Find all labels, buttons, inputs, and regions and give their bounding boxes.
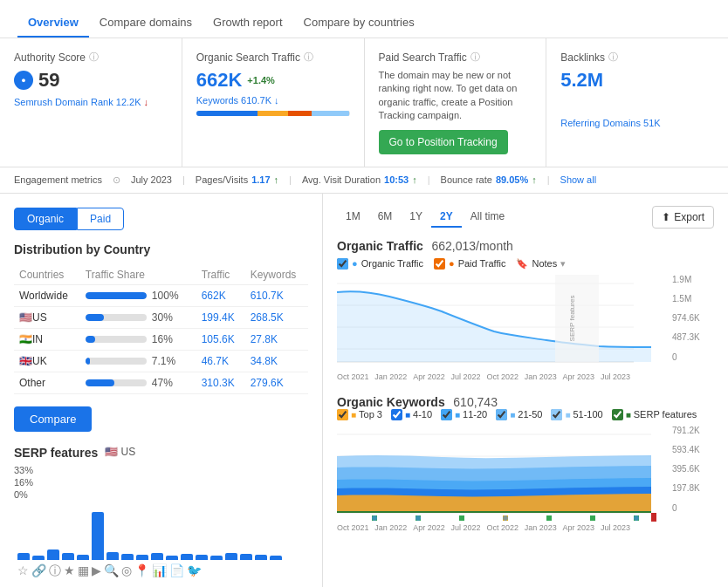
paid-traffic-box: Paid Search Traffic ⓘ The domain may be … (365, 38, 547, 167)
serp-bar (225, 553, 237, 560)
svg-point-21 (416, 515, 421, 521)
export-button[interactable]: ⬆ Export (652, 206, 714, 229)
keywords-chart-area: 791.2K 593.4K 395.6K 197.8K 0 Oct 2021 J… (337, 426, 714, 532)
nav-growth-report[interactable]: Growth report (203, 9, 292, 38)
col-traffic-share: Traffic Share (80, 265, 196, 285)
referring-domains: Referring Domains 51K (560, 118, 714, 128)
legend-4-10[interactable]: ■ 4-10 (391, 409, 432, 420)
svg-rect-17 (546, 515, 552, 521)
distribution-table: Countries Traffic Share Traffic Keywords… (14, 265, 308, 394)
authority-score-value: ● 59 (14, 69, 168, 92)
serp-pct-labels: 33% 16% 0% (14, 465, 308, 500)
info-icon: ⓘ (608, 51, 618, 64)
serp-icon-doc: 📄 (169, 563, 184, 579)
traffic-share-cell: 30% (80, 306, 196, 328)
engagement-period: July 2023 (131, 174, 172, 185)
serp-bar (77, 555, 89, 560)
serp-icon-chart: 📊 (152, 563, 167, 579)
authority-score-box: Authority Score ⓘ ● 59 Semrush Domain Ra… (0, 38, 182, 167)
keyword-bar (196, 111, 350, 116)
legend-top3[interactable]: ■ Top 3 (337, 409, 382, 420)
svg-rect-15 (459, 515, 464, 521)
organic-chart-xaxis: Oct 2021 Jan 2022 Apr 2022 Jul 2022 Oct … (337, 372, 669, 381)
serp-section: SERP features 🇺🇸 US 33% 16% 0% ☆ 🔗 ⓘ ★ ▦… (14, 446, 308, 587)
organic-traffic-value: 662K +1.4% (196, 69, 350, 92)
serp-icon-pin: 📍 (134, 563, 149, 579)
organic-traffic-legend: ● Organic Traffic ● Paid Traffic 🔖 Notes… (337, 258, 714, 270)
legend-paid-traffic[interactable]: ● Paid Traffic (434, 258, 505, 270)
score-bubble: ● (14, 71, 33, 90)
traffic-cell: 46.7K (196, 350, 245, 372)
time-btn-all[interactable]: All time (462, 207, 513, 228)
serp-icon-info: ⓘ (49, 563, 61, 579)
svg-rect-18 (590, 515, 595, 521)
serp-subtitle: 🇺🇸 US (105, 446, 135, 458)
backlinks-value: 5.2M (560, 69, 714, 92)
serp-icon-star: ☆ (17, 563, 29, 579)
nav-compare-domains[interactable]: Compare domains (89, 9, 203, 38)
legend-notes[interactable]: 🔖 Notes ▾ (516, 258, 566, 270)
organic-traffic-box: Organic Search Traffic ⓘ 662K +1.4% Keyw… (182, 38, 365, 167)
country-cell: 🇬🇧UK (14, 350, 80, 372)
nav-overview[interactable]: Overview (17, 9, 89, 38)
serp-bar (62, 553, 74, 560)
backlinks-box: Backlinks ⓘ 5.2M Referring Domains 51K (546, 38, 728, 167)
keywords-cell: 27.8K (245, 328, 308, 350)
serp-bar (210, 556, 223, 560)
show-all-link[interactable]: Show all (560, 174, 597, 185)
time-btn-2y[interactable]: 2Y (431, 207, 462, 228)
serp-icon-bookmark: ★ (64, 563, 75, 579)
legend-organic-traffic[interactable]: ● Organic Traffic (337, 258, 423, 270)
time-btn-1m[interactable]: 1M (337, 207, 369, 228)
engagement-label: Engagement metrics (14, 174, 102, 185)
country-cell: Other (14, 372, 80, 393)
traffic-cell: 105.6K (196, 328, 245, 350)
col-keywords: Keywords (245, 265, 308, 285)
tab-organic[interactable]: Organic (14, 208, 77, 230)
content-area: Organic Paid Distribution by Country Cou… (0, 194, 728, 587)
compare-button[interactable]: Compare (14, 406, 92, 432)
svg-rect-5 (555, 275, 599, 362)
traffic-cell: 199.4K (196, 306, 245, 328)
engagement-bar: Engagement metrics ⊙ July 2023 | Pages/V… (0, 167, 728, 194)
legend-11-20[interactable]: ■ 11-20 (441, 409, 487, 420)
go-to-position-tracking-button[interactable]: Go to Position Tracking (379, 130, 508, 154)
nav-compare-countries[interactable]: Compare by countries (293, 9, 425, 38)
time-btn-6m[interactable]: 6M (369, 207, 402, 228)
right-panel: 1M 6M 1Y 2Y All time ⬆ Export Organic Tr… (323, 194, 728, 587)
svg-point-23 (634, 515, 639, 521)
table-row: Other 47% 310.3K 279.6K (14, 372, 308, 393)
paid-traffic-label: Paid Search Traffic ⓘ (379, 51, 532, 64)
legend-21-50[interactable]: ■ 21-50 (496, 409, 542, 420)
serp-chart (14, 503, 308, 560)
svg-point-20 (372, 515, 377, 521)
svg-point-22 (503, 515, 508, 521)
country-cell: 🇺🇸US (14, 306, 80, 328)
serp-bar (270, 556, 282, 560)
serp-bar (47, 549, 59, 560)
legend-51-100[interactable]: ■ 51-100 (551, 409, 602, 420)
keywords-svg (337, 426, 669, 522)
table-row: 🇮🇳IN 16% 105.6K 27.8K (14, 328, 308, 350)
svg-text:SERP features: SERP features (568, 295, 576, 341)
serp-bar (17, 553, 30, 560)
organic-traffic-chart-title: Organic Traffic (337, 239, 423, 253)
keywords-cell: 34.8K (245, 350, 308, 372)
traffic-share-cell: 16% (80, 328, 196, 350)
serp-icon-video: ▶ (92, 563, 101, 579)
pages-visits: Pages/Visits 1.17 ↑ (196, 174, 278, 185)
legend-serp-features[interactable]: ■ SERP features (612, 409, 697, 420)
keywords-cell: 268.5K (245, 306, 308, 328)
time-btn-1y[interactable]: 1Y (401, 207, 431, 228)
serp-bar (136, 555, 148, 560)
distribution-title: Distribution by Country (14, 242, 308, 256)
serp-title: SERP features (14, 446, 98, 460)
serp-bar (106, 552, 119, 560)
traffic-share-cell: 100% (80, 284, 196, 306)
serp-icon-map: ◎ (121, 563, 132, 579)
serp-icon-image: ▦ (78, 563, 89, 579)
organic-traffic-svg: SERP features (337, 275, 669, 371)
tab-paid[interactable]: Paid (77, 208, 124, 230)
keywords-chart-xaxis: Oct 2021 Jan 2022 Apr 2022 Jul 2022 Oct … (337, 523, 669, 532)
avg-visit-duration: Avg. Visit Duration 10:53 ↑ (302, 174, 417, 185)
